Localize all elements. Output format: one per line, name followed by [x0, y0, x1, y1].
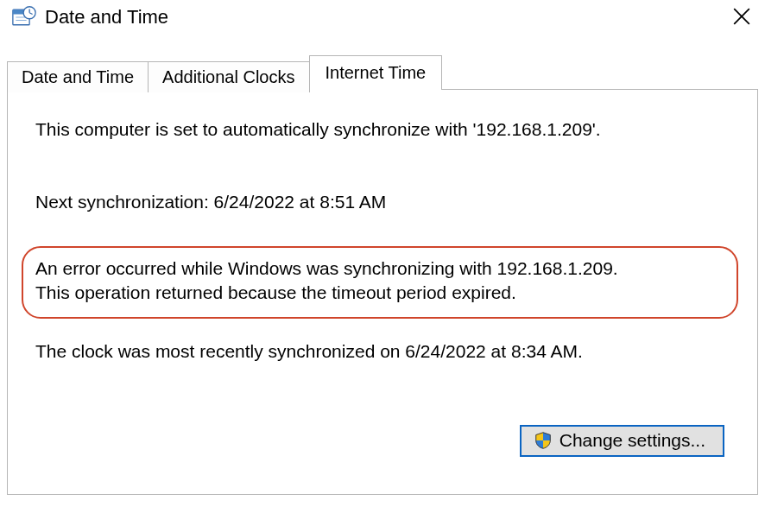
tab-strip: Date and Time Additional Clocks Internet…	[7, 55, 758, 90]
change-settings-label: Change settings...	[560, 430, 705, 451]
tab-internet-time[interactable]: Internet Time	[309, 55, 443, 90]
last-sync-text: The clock was most recently synchronized…	[35, 339, 730, 364]
title-bar: Date and Time	[0, 0, 765, 38]
title-bar-left: Date and Time	[12, 5, 168, 29]
button-row: Change settings...	[35, 425, 730, 457]
change-settings-button[interactable]: Change settings...	[520, 425, 724, 457]
tab-date-and-time[interactable]: Date and Time	[7, 61, 149, 92]
error-text-line1: An error occurred while Windows was sync…	[35, 256, 721, 281]
error-text-line2: This operation returned because the time…	[35, 281, 721, 305]
tab-control: Date and Time Additional Clocks Internet…	[7, 55, 758, 495]
window-title: Date and Time	[45, 6, 168, 28]
tab-additional-clocks[interactable]: Additional Clocks	[148, 61, 309, 92]
date-time-icon	[12, 5, 36, 29]
tab-panel-internet-time: This computer is set to automatically sy…	[7, 89, 758, 495]
close-button[interactable]	[730, 5, 753, 28]
uac-shield-icon	[534, 431, 553, 450]
error-highlight: An error occurred while Windows was sync…	[22, 246, 738, 320]
sync-server-text: This computer is set to automatically sy…	[35, 117, 730, 142]
next-sync-text: Next synchronization: 6/24/2022 at 8:51 …	[35, 190, 730, 214]
